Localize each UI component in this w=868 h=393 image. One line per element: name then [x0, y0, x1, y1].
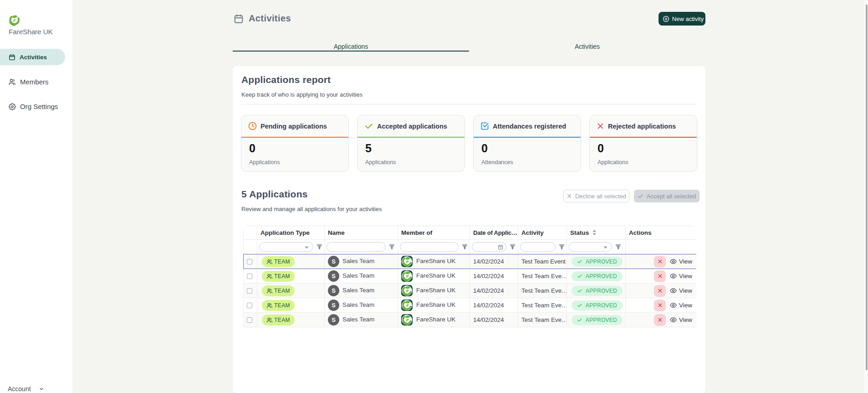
- svg-text:7: 7: [500, 247, 501, 249]
